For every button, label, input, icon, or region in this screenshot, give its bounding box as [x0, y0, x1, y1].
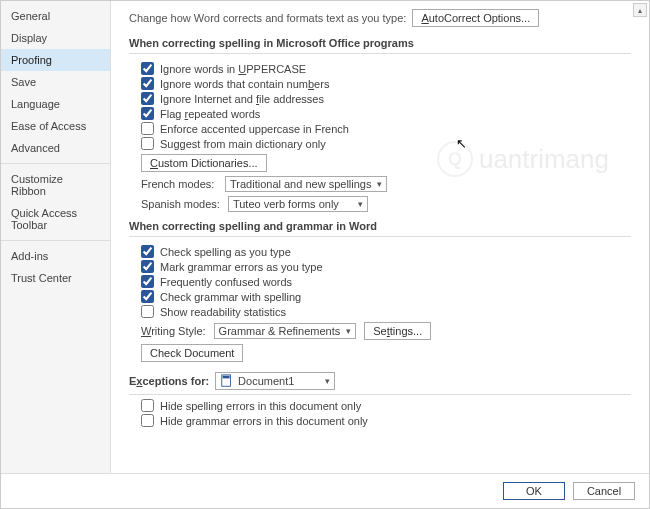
section1-option-4[interactable]: Enforce accented uppercase in French: [141, 122, 631, 135]
content-panel[interactable]: ▴ uantrimang ↖ Change how Word corrects …: [111, 1, 649, 473]
sidebar-divider: [1, 163, 110, 164]
french-modes-select[interactable]: Traditional and new spellings▾: [225, 176, 387, 192]
ok-button[interactable]: OK: [503, 482, 565, 500]
autocorrect-options-button[interactable]: AutoCorrect Options...: [412, 9, 539, 27]
exceptions-option-1[interactable]: Hide grammar errors in this document onl…: [141, 414, 631, 427]
checkbox[interactable]: [141, 305, 154, 318]
exceptions-header: Exceptions for: Document1 ▾: [129, 372, 631, 395]
chevron-down-icon: ▾: [377, 179, 382, 189]
sidebar-item-language[interactable]: Language: [1, 93, 110, 115]
checkbox[interactable]: [141, 122, 154, 135]
section1-option-5[interactable]: Suggest from main dictionary only: [141, 137, 631, 150]
svg-rect-1: [223, 376, 230, 379]
intro-text: Change how Word corrects and formats tex…: [129, 12, 406, 24]
french-modes-label: French modes:: [141, 178, 217, 190]
option-label: Mark grammar errors as you type: [160, 261, 323, 273]
section1-option-0[interactable]: Ignore words in UPPERCASE: [141, 62, 631, 75]
checkbox[interactable]: [141, 414, 154, 427]
sidebar-item-proofing[interactable]: Proofing: [1, 49, 110, 71]
custom-dictionaries-button[interactable]: Custom Dictionaries...: [141, 154, 267, 172]
checkbox[interactable]: [141, 62, 154, 75]
option-label: Ignore Internet and file addresses: [160, 93, 324, 105]
checkbox[interactable]: [141, 290, 154, 303]
writing-style-label: Writing Style:: [141, 325, 206, 337]
section2-option-2[interactable]: Frequently confused words: [141, 275, 631, 288]
settings-button[interactable]: Settings...: [364, 322, 431, 340]
sidebar-item-customize-ribbon[interactable]: Customize Ribbon: [1, 168, 110, 202]
document-icon: [220, 374, 234, 388]
checkbox[interactable]: [141, 137, 154, 150]
option-label: Enforce accented uppercase in French: [160, 123, 349, 135]
checkbox[interactable]: [141, 77, 154, 90]
sidebar-item-add-ins[interactable]: Add-ins: [1, 245, 110, 267]
section1-option-2[interactable]: Ignore Internet and file addresses: [141, 92, 631, 105]
option-label: Flag repeated words: [160, 108, 260, 120]
section2-option-3[interactable]: Check grammar with spelling: [141, 290, 631, 303]
option-label: Check spelling as you type: [160, 246, 291, 258]
sidebar-item-save[interactable]: Save: [1, 71, 110, 93]
chevron-down-icon: ▾: [346, 326, 351, 336]
section2-header: When correcting spelling and grammar in …: [129, 220, 631, 237]
french-modes-row: French modes: Traditional and new spelli…: [141, 176, 631, 192]
scroll-up-icon[interactable]: ▴: [633, 3, 647, 17]
sidebar-item-display[interactable]: Display: [1, 27, 110, 49]
options-dialog: General Display Proofing Save Language E…: [0, 0, 650, 509]
option-label: Frequently confused words: [160, 276, 292, 288]
option-label: Hide grammar errors in this document onl…: [160, 415, 368, 427]
sidebar-item-advanced[interactable]: Advanced: [1, 137, 110, 159]
section2-option-1[interactable]: Mark grammar errors as you type: [141, 260, 631, 273]
writing-style-select[interactable]: Grammar & Refinements▾: [214, 323, 357, 339]
intro-row: Change how Word corrects and formats tex…: [129, 9, 631, 27]
section1-header: When correcting spelling in Microsoft Of…: [129, 37, 631, 54]
cancel-button[interactable]: Cancel: [573, 482, 635, 500]
exceptions-select[interactable]: Document1 ▾: [215, 372, 335, 390]
exceptions-option-0[interactable]: Hide spelling errors in this document on…: [141, 399, 631, 412]
section1-option-3[interactable]: Flag repeated words: [141, 107, 631, 120]
sidebar-item-trust-center[interactable]: Trust Center: [1, 267, 110, 289]
section2-option-0[interactable]: Check spelling as you type: [141, 245, 631, 258]
option-label: Ignore words that contain numbers: [160, 78, 329, 90]
sidebar-divider: [1, 240, 110, 241]
option-label: Show readability statistics: [160, 306, 286, 318]
section1-option-1[interactable]: Ignore words that contain numbers: [141, 77, 631, 90]
spanish-modes-row: Spanish modes: Tuteo verb forms only▾: [141, 196, 631, 212]
checkbox[interactable]: [141, 92, 154, 105]
dialog-footer: OK Cancel: [1, 473, 649, 508]
section2-option-4[interactable]: Show readability statistics: [141, 305, 631, 318]
option-label: Suggest from main dictionary only: [160, 138, 326, 150]
spanish-modes-label: Spanish modes:: [141, 198, 220, 210]
sidebar: General Display Proofing Save Language E…: [1, 1, 111, 473]
exceptions-label: Exceptions for:: [129, 375, 209, 387]
writing-style-row: Writing Style: Grammar & Refinements▾ Se…: [141, 322, 631, 340]
spanish-modes-select[interactable]: Tuteo verb forms only▾: [228, 196, 368, 212]
checkbox[interactable]: [141, 399, 154, 412]
checkbox[interactable]: [141, 107, 154, 120]
option-label: Ignore words in UPPERCASE: [160, 63, 306, 75]
option-label: Hide spelling errors in this document on…: [160, 400, 361, 412]
check-document-button[interactable]: Check Document: [141, 344, 243, 362]
checkbox[interactable]: [141, 245, 154, 258]
sidebar-item-quick-access-toolbar[interactable]: Quick Access Toolbar: [1, 202, 110, 236]
checkbox[interactable]: [141, 260, 154, 273]
checkbox[interactable]: [141, 275, 154, 288]
chevron-down-icon: ▾: [325, 376, 330, 386]
sidebar-item-general[interactable]: General: [1, 5, 110, 27]
dialog-main: General Display Proofing Save Language E…: [1, 1, 649, 473]
sidebar-item-ease-of-access[interactable]: Ease of Access: [1, 115, 110, 137]
option-label: Check grammar with spelling: [160, 291, 301, 303]
chevron-down-icon: ▾: [358, 199, 363, 209]
